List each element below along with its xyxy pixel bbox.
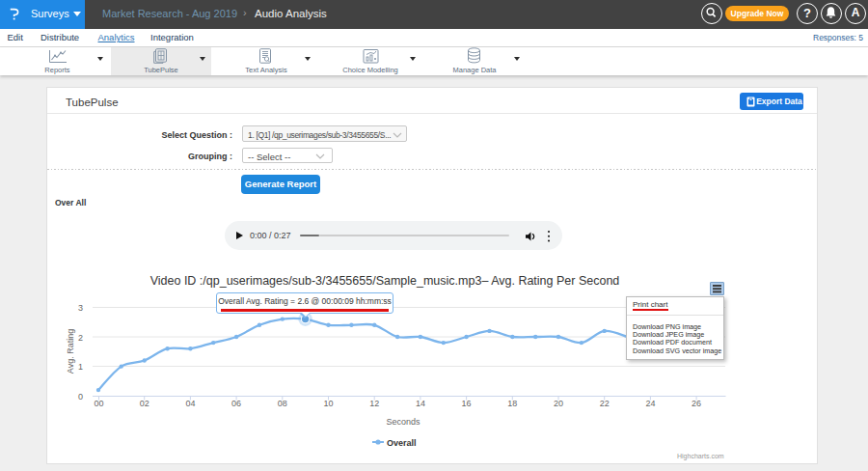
svg-text:14: 14 — [416, 399, 425, 408]
svg-text:22: 22 — [600, 399, 610, 408]
svg-text:02: 02 — [140, 399, 149, 408]
svg-text:04: 04 — [185, 399, 195, 408]
svg-text:08: 08 — [278, 399, 287, 408]
svg-text:26: 26 — [692, 399, 701, 408]
svg-text:Avg. Rating: Avg. Rating — [66, 329, 75, 374]
svg-text:16: 16 — [462, 399, 472, 408]
svg-text:20: 20 — [554, 399, 563, 408]
svg-text:00: 00 — [94, 399, 103, 408]
svg-text:3: 3 — [78, 303, 83, 313]
svg-text:0: 0 — [78, 392, 83, 402]
svg-text:06: 06 — [231, 399, 241, 408]
svg-text:12: 12 — [369, 399, 379, 408]
svg-text:10: 10 — [323, 399, 333, 408]
svg-text:24: 24 — [645, 399, 655, 408]
svg-text:1: 1 — [78, 362, 83, 372]
svg-text:2: 2 — [78, 333, 83, 343]
svg-text:Seconds: Seconds — [386, 417, 420, 427]
svg-text:18: 18 — [507, 399, 517, 408]
